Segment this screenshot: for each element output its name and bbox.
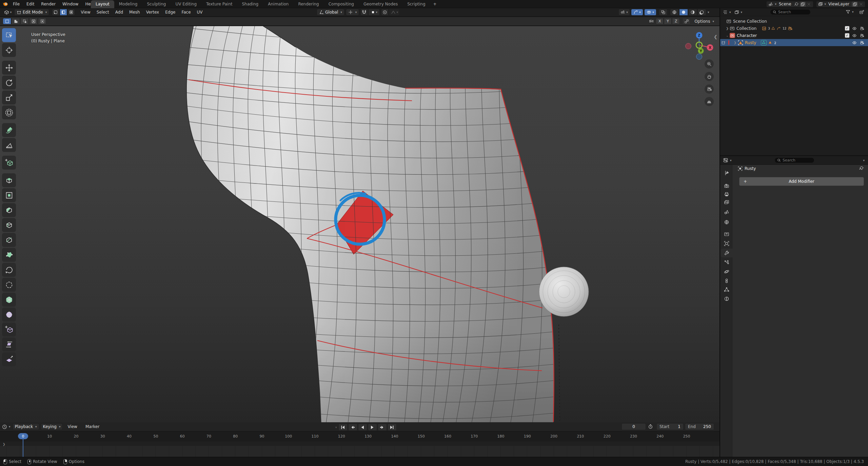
prev-keyframe-button[interactable] — [348, 424, 357, 431]
properties-tab-render[interactable] — [721, 181, 732, 190]
viewport-menu-face[interactable]: Face — [178, 8, 194, 17]
mirror-axis-y[interactable]: Y — [664, 18, 672, 24]
tool-measure[interactable] — [2, 138, 16, 152]
outliner-row-scene-collection[interactable]: Scene Collection — [720, 18, 868, 25]
add-workspace-button[interactable]: + — [430, 0, 440, 8]
chevron-down-icon[interactable]: ▾ — [708, 11, 709, 14]
jump-to-end-button[interactable] — [388, 424, 397, 431]
tool-rip-region[interactable] — [2, 352, 16, 366]
vertex-select-button[interactable] — [52, 9, 59, 16]
tab-rendering[interactable]: Rendering — [293, 0, 323, 8]
tool-options-dropdown[interactable]: Options ▾ — [694, 19, 714, 24]
jump-to-start-button[interactable] — [338, 424, 348, 431]
tool-annotate[interactable] — [2, 123, 16, 137]
play-button[interactable] — [368, 424, 377, 431]
tool-scale[interactable] — [2, 91, 16, 104]
properties-tab-material[interactable] — [721, 294, 732, 303]
tab-texture-paint[interactable]: Texture Paint — [201, 0, 237, 8]
properties-tab-physics[interactable] — [721, 267, 732, 276]
gizmo-center[interactable] — [696, 42, 702, 48]
tool-loop-cut[interactable] — [2, 218, 16, 232]
timeline-channel-expander[interactable]: ❯ — [3, 443, 5, 446]
viewport-menu-uv[interactable]: UV — [194, 8, 206, 17]
tool-add-cube[interactable] — [2, 156, 16, 170]
properties-tab-modifiers[interactable] — [721, 249, 732, 257]
select-subtract-button[interactable] — [20, 18, 29, 24]
blender-logo[interactable] — [2, 1, 8, 6]
shading-material-button[interactable] — [688, 9, 697, 16]
outliner-filter-mode-dropdown[interactable]: ▾ — [734, 10, 743, 15]
tool-edge-slide[interactable] — [2, 293, 16, 307]
tab-compositing[interactable]: Compositing — [324, 0, 359, 8]
properties-tab-constraints[interactable] — [721, 276, 732, 285]
disable-render-icon[interactable] — [860, 26, 865, 31]
exclude-checkbox[interactable]: ✓ — [845, 26, 849, 31]
orthographic-toggle-icon[interactable] — [705, 97, 714, 106]
exclude-checkbox[interactable]: ✓ — [845, 33, 849, 38]
proportional-falloff-dropdown[interactable]: ▾ — [389, 9, 400, 16]
tool-move[interactable] — [2, 61, 16, 75]
delete-scene-button[interactable] — [806, 2, 812, 7]
scene-selector[interactable]: ▾ Scene — [766, 1, 813, 7]
tool-cursor[interactable] — [2, 43, 16, 57]
snap-options-icon[interactable] — [682, 18, 691, 24]
object-type-visibility-dropdown[interactable]: ▾ — [618, 9, 630, 16]
properties-editor-type-button[interactable]: ▾ — [723, 158, 732, 163]
timeline-ruler[interactable]: 0102030405060708090100110120130140150160… — [0, 431, 719, 442]
tab-modeling[interactable]: Modeling — [114, 0, 142, 8]
add-modifier-button[interactable]: + Add Modifier — [739, 177, 864, 186]
tab-sculpting[interactable]: Sculpting — [142, 0, 171, 8]
properties-tab-scene[interactable] — [721, 208, 732, 216]
mode-dropdown[interactable]: Edit Mode ▾ — [14, 9, 49, 16]
frame-end-field[interactable]: End 250 — [685, 423, 714, 430]
timeline-menu-playback[interactable]: Playback▾ — [13, 423, 39, 430]
select-intersect-button[interactable] — [38, 18, 46, 24]
hide-eye-icon[interactable] — [852, 40, 857, 45]
expand-arrow-icon[interactable]: ❯ — [733, 41, 737, 44]
gizmo-toggle[interactable]: ▾ — [631, 9, 643, 16]
viewport-menu-view[interactable]: View — [78, 8, 93, 17]
menu-render[interactable]: Render — [38, 0, 59, 8]
tab-uv-editing[interactable]: UV Editing — [171, 0, 201, 8]
pan-hand-icon[interactable] — [705, 72, 714, 81]
tool-smooth[interactable] — [2, 278, 16, 292]
tool-inset-faces[interactable] — [2, 188, 16, 202]
tab-animation[interactable]: Animation — [263, 0, 293, 8]
tab-layout[interactable]: Layout — [91, 0, 114, 8]
properties-tab-object-data[interactable] — [721, 285, 732, 294]
remove-view-layer-button[interactable] — [858, 2, 864, 7]
outliner-search-input[interactable] — [778, 10, 805, 14]
frame-start-field[interactable]: Start 1 — [656, 423, 684, 430]
play-reverse-button[interactable] — [358, 424, 367, 431]
properties-tab-collection[interactable] — [721, 230, 732, 238]
tab-shading[interactable]: Shading — [237, 0, 263, 8]
tool-extrude-individual[interactable] — [2, 323, 16, 336]
collapse-arrow-icon[interactable]: ⌄ — [725, 34, 730, 37]
gizmo-axis-neg-x[interactable] — [686, 43, 691, 49]
current-frame-indicator[interactable]: 0 — [18, 433, 28, 439]
shading-wireframe-button[interactable] — [670, 9, 679, 16]
tool-spin[interactable] — [2, 263, 16, 277]
edge-select-button[interactable] — [60, 9, 67, 16]
sidebar-collapse-arrow[interactable]: ❮ — [714, 34, 717, 39]
zoom-icon[interactable] — [705, 59, 714, 69]
outliner-search[interactable] — [770, 9, 811, 15]
disable-render-icon[interactable] — [860, 33, 865, 38]
expand-arrow-icon[interactable]: ❯ — [725, 27, 730, 30]
preview-range-icon[interactable] — [648, 424, 653, 429]
snap-toggle[interactable] — [360, 9, 368, 16]
overlays-toggle[interactable]: ▾ — [644, 9, 656, 16]
timeline-menu-keying[interactable]: Keying▾ — [41, 423, 63, 430]
properties-tab-particles[interactable] — [721, 258, 732, 267]
viewport-3d[interactable]: User Perspective (0) Rusty | Plane Z X Y… — [0, 26, 719, 422]
viewport-menu-vertex[interactable]: Vertex — [143, 8, 162, 17]
current-frame-field[interactable]: 0 — [622, 423, 646, 430]
hide-eye-icon[interactable] — [852, 26, 857, 31]
tool-knife[interactable] — [2, 233, 16, 247]
tool-bevel[interactable] — [2, 203, 16, 217]
playhead[interactable] — [23, 439, 23, 457]
shading-rendered-button[interactable] — [697, 9, 706, 16]
snap-target-dropdown[interactable]: ▾ — [368, 9, 380, 16]
pin-icon[interactable] — [794, 2, 800, 7]
timeline-menu-view[interactable]: View — [64, 423, 80, 431]
